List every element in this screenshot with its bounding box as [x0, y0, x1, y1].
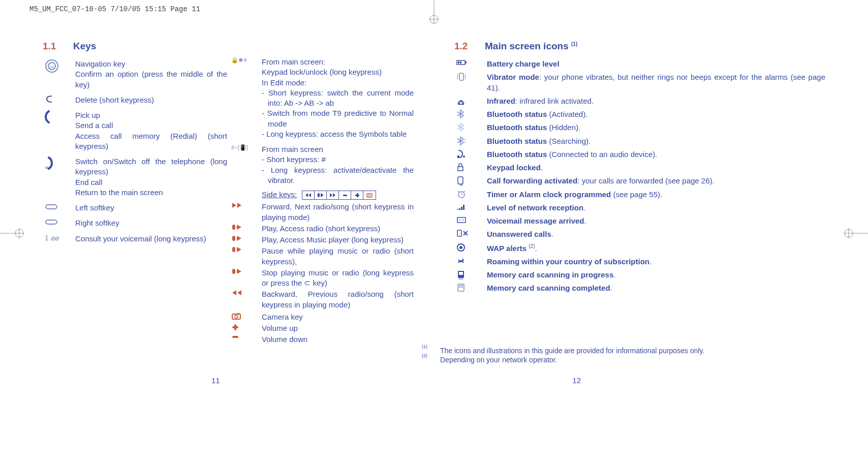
crop-mark-left [0, 223, 25, 243]
svg-point-23 [368, 195, 370, 197]
def-unanswered: Unanswered calls. [454, 229, 825, 239]
svg-rect-51 [457, 209, 458, 210]
def-bt-activated: Bluetooth status (Activated). [454, 109, 825, 119]
text: In Edit mode: [262, 78, 306, 87]
svg-point-41 [464, 142, 466, 143]
def-infrared: Infrared: infrared link activated. [454, 96, 825, 106]
def-camera: Camera key [229, 312, 414, 322]
page-number-left: 11 [211, 376, 220, 385]
text: (Connected to an audio device). [547, 150, 657, 159]
bluetooth-audio-icon [454, 149, 487, 160]
svg-rect-24 [232, 225, 235, 230]
camera-icon [229, 312, 262, 322]
svg-point-64 [460, 278, 461, 279]
text: - Switch from mode T9 predictive to Norm… [262, 108, 414, 129]
text: Level of network reception [487, 203, 583, 212]
def-vibrator: Vibrator mode: your phone vibrates, but … [454, 72, 825, 93]
svg-rect-36 [458, 61, 459, 64]
bluetooth-search-icon [454, 136, 487, 146]
side-keys-diagram [302, 191, 376, 200]
text: Unanswered calls [487, 230, 551, 238]
def-navigation-key: ok Navigation key Confirm an option (pre… [43, 59, 227, 90]
def-vol-up: Volume up [229, 323, 414, 333]
text: Pause while playing music or radio (shor… [262, 246, 414, 267]
text: - Long keypress: activate/deactivate the… [262, 165, 414, 186]
end-key-icon [43, 157, 75, 198]
svg-rect-52 [459, 208, 460, 210]
svg-rect-27 [232, 269, 235, 274]
text: From main screen [262, 145, 323, 153]
def-bt-searching: Bluetooth status (Searching). [454, 136, 825, 146]
text: Access call memory (Redial) (short keypr… [75, 132, 227, 150]
svg-rect-68 [460, 285, 461, 286]
bluetooth-hidden-icon [454, 122, 487, 133]
svg-rect-35 [465, 61, 467, 64]
svg-point-57 [462, 220, 463, 221]
camera-icon [363, 191, 376, 199]
def-voicemail: 1 ⌀⌀ Consult your voicemail (long keypre… [43, 234, 227, 244]
svg-rect-30 [237, 313, 239, 315]
footnote-marker: (2) [422, 353, 431, 362]
pound-vib-key-icon: #⏑{📳} [229, 144, 262, 185]
def-alarm: Timer or Alarm clock programmed (see pag… [454, 190, 825, 200]
text: (Searching). [547, 137, 591, 145]
minus-icon [229, 334, 262, 345]
svg-rect-71 [460, 287, 461, 288]
svg-rect-38 [459, 73, 463, 80]
footnote-text: Depending on your network operator. [440, 355, 557, 364]
page-number-right: 12 [572, 376, 581, 385]
minus-icon [339, 191, 351, 199]
svg-rect-37 [460, 61, 461, 64]
text: From main screen: [262, 57, 325, 66]
def-battery: Battery charge level [454, 59, 825, 69]
def-scan-complete: Memory card scanning completed. [454, 283, 825, 293]
text: (Activated). [547, 110, 587, 118]
def-backward: Backward, Previous radio/song (short key… [229, 289, 414, 310]
footnote-marker: (1) [422, 344, 431, 353]
play-icon [315, 191, 327, 199]
def-delete: Delete (short keypress) [43, 95, 227, 105]
plus-icon [351, 191, 363, 199]
text: Volume up [262, 323, 414, 333]
svg-rect-67 [459, 285, 460, 286]
svg-rect-21 [355, 195, 359, 196]
svg-point-43 [463, 156, 465, 158]
vibrator-icon [454, 72, 487, 93]
def-lock-star: 🔒✱✳ From main screen: Keypad lock/unlock… [229, 57, 414, 139]
text: Forward, Next radio/song (short keypress… [262, 202, 414, 223]
svg-text:ok: ok [50, 65, 54, 69]
page-12: 1.2 Main screen icons (1) Battery charge… [449, 41, 825, 390]
svg-point-60 [459, 246, 462, 249]
svg-rect-54 [463, 205, 464, 210]
def-roaming: Roaming within your country of subscript… [454, 257, 825, 267]
def-play-music: Play, Access Music player (long keypress… [229, 235, 414, 245]
call-key-icon [43, 110, 75, 151]
text: Memory card scanning completed [487, 284, 610, 292]
text: Send a call [75, 121, 113, 130]
svg-rect-19 [343, 195, 347, 196]
text: Play, Access Music player (long keypress… [262, 235, 414, 245]
text: Consult your voicemail (long keypress) [75, 234, 227, 244]
text: Delete (short keypress) [75, 95, 227, 105]
battery-icon [454, 59, 487, 69]
svg-rect-69 [462, 285, 463, 286]
play-icon [229, 224, 262, 234]
play-icon [229, 235, 262, 245]
svg-point-65 [462, 278, 463, 279]
def-scan-progress: Memory card scanning in progress. [454, 270, 825, 280]
play-icon [229, 246, 262, 267]
section-title: Main screen icons (1) [485, 41, 577, 52]
text: Roaming within your country of subscript… [487, 257, 649, 266]
def-keypad-locked: Keypad locked. [454, 163, 825, 173]
svg-rect-16 [46, 205, 57, 209]
right-softkey-icon [43, 218, 75, 228]
text: Vibrator mode [487, 73, 539, 81]
text: : infrared link activated. [515, 97, 594, 105]
left-softkey-icon [43, 203, 75, 213]
def-power: Switch on/Switch off the telephone (long… [43, 157, 227, 198]
plus-icon [229, 323, 262, 333]
text: Return to the main screen [75, 188, 163, 197]
def-voicemail: Voicemail message arrived. [454, 216, 825, 226]
text: Call forwarding activated [487, 176, 577, 185]
forward-icon [229, 202, 262, 223]
